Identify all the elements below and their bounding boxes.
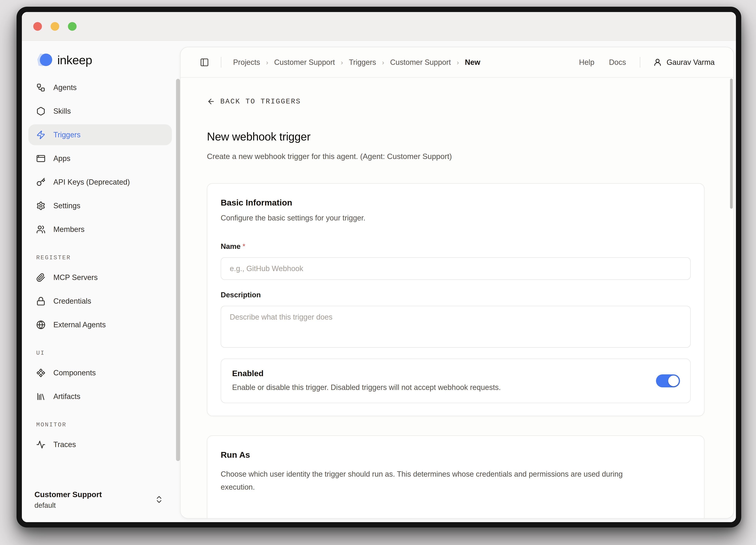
page-subtitle: Create a new webhook trigger for this ag… <box>207 152 704 161</box>
sidebar-item-skills[interactable]: Skills <box>28 101 172 121</box>
page-header: Projects › Customer Support › Triggers ›… <box>181 47 734 78</box>
sidebar-item-mcp-servers[interactable]: MCP Servers <box>28 267 172 288</box>
sidebar-item-label: Members <box>53 225 84 234</box>
sidebar-item-traces[interactable]: Traces <box>28 434 172 455</box>
breadcrumb: Projects › Customer Support › Triggers ›… <box>233 58 480 67</box>
card-title: Run As <box>221 450 691 460</box>
user-menu[interactable]: Gaurav Varma <box>653 58 715 67</box>
card-description: Configure the basic settings for your tr… <box>221 214 691 222</box>
sidebar: inkeep Agents Skills Triggers <box>22 41 180 522</box>
sidebar-item-label: Triggers <box>53 131 81 139</box>
header-divider <box>221 57 221 68</box>
sidebar-item-apps[interactable]: Apps <box>28 148 172 169</box>
sidebar-item-settings[interactable]: Settings <box>28 195 172 216</box>
app-window: inkeep Agents Skills Triggers <box>17 7 741 527</box>
sidebar-item-label: Components <box>53 369 96 377</box>
sidebar-scrollbar[interactable] <box>176 79 180 461</box>
enabled-setting: Enabled Enable or disable this trigger. … <box>221 359 691 403</box>
enabled-label: Enabled <box>232 369 647 378</box>
back-link-label: BACK TO TRIGGERS <box>220 97 301 106</box>
run-as-card: Run As Choose which user identity the tr… <box>207 436 704 519</box>
enabled-description: Enable or disable this trigger. Disabled… <box>232 383 647 392</box>
panel-left-icon <box>200 58 209 67</box>
breadcrumb-separator: › <box>457 58 459 66</box>
brand-name: inkeep <box>57 53 92 67</box>
workspace-info: Customer Support default <box>34 490 102 510</box>
breadcrumb-separator: › <box>341 58 343 66</box>
sidebar-section-monitor: MONITOR <box>36 422 172 428</box>
chevrons-up-down-icon <box>155 493 164 506</box>
user-icon <box>653 58 662 67</box>
enabled-toggle[interactable] <box>656 374 680 387</box>
main-panel: Projects › Customer Support › Triggers ›… <box>180 47 734 519</box>
workspace-name: Customer Support <box>34 490 102 499</box>
brand-logo[interactable]: inkeep <box>33 53 180 67</box>
card-title: Basic Information <box>221 198 691 207</box>
name-label-text: Name <box>221 242 241 250</box>
back-to-triggers-link[interactable]: BACK TO TRIGGERS <box>207 97 301 106</box>
workspace-switcher[interactable]: Customer Support default <box>34 490 164 510</box>
zoom-button[interactable] <box>68 22 77 31</box>
minimize-button[interactable] <box>51 22 59 31</box>
desktop-background: inkeep Agents Skills Triggers <box>0 0 756 545</box>
sidebar-item-label: Skills <box>53 107 71 115</box>
description-field-label: Description <box>221 291 691 299</box>
user-name: Gaurav Varma <box>667 58 715 67</box>
sidebar-item-components[interactable]: Components <box>28 362 172 383</box>
sidebar-item-agents[interactable]: Agents <box>28 77 172 98</box>
page-content: BACK TO TRIGGERS New webhook trigger Cre… <box>181 78 734 518</box>
paperclip-icon <box>36 273 45 282</box>
close-button[interactable] <box>33 22 42 31</box>
sidebar-item-label: Traces <box>53 440 76 449</box>
breadcrumb-triggers[interactable]: Triggers <box>349 58 376 67</box>
sidebar-item-label: Credentials <box>53 297 91 306</box>
zap-icon <box>36 130 45 139</box>
breadcrumb-agent[interactable]: Customer Support <box>390 58 451 67</box>
description-textarea[interactable] <box>221 306 691 348</box>
breadcrumb-current: New <box>465 58 480 67</box>
breadcrumb-projects[interactable]: Projects <box>233 58 260 67</box>
name-field-label: Name* <box>221 242 691 250</box>
header-divider <box>640 57 640 68</box>
sidebar-toggle-button[interactable] <box>200 58 209 67</box>
sidebar-item-members[interactable]: Members <box>28 219 172 240</box>
sidebar-item-label: Apps <box>53 154 70 163</box>
sidebar-item-triggers[interactable]: Triggers <box>28 124 172 145</box>
help-link[interactable]: Help <box>579 58 594 67</box>
workspace-environment: default <box>34 501 102 510</box>
window-controls <box>33 22 77 31</box>
sidebar-item-label: MCP Servers <box>53 273 98 282</box>
globe-icon <box>36 320 45 330</box>
sidebar-item-artifacts[interactable]: Artifacts <box>28 386 172 407</box>
sidebar-item-credentials[interactable]: Credentials <box>28 291 172 312</box>
name-input[interactable] <box>221 257 691 280</box>
gear-icon <box>36 201 45 210</box>
library-icon <box>36 392 45 401</box>
app-body: inkeep Agents Skills Triggers <box>22 41 736 522</box>
app-window-icon <box>36 154 45 163</box>
docs-link[interactable]: Docs <box>609 58 626 67</box>
page-title: New webhook trigger <box>207 130 704 143</box>
arrow-left-icon <box>207 97 215 106</box>
sidebar-item-label: Agents <box>53 83 77 92</box>
lock-icon <box>36 297 45 306</box>
activity-icon <box>36 440 45 449</box>
sidebar-item-external-agents[interactable]: External Agents <box>28 314 172 335</box>
sidebar-item-label: Settings <box>53 201 80 210</box>
users-icon <box>36 225 45 234</box>
basic-information-card: Basic Information Configure the basic se… <box>207 183 704 416</box>
window-title-bar <box>22 12 736 41</box>
sidebar-item-label: API Keys (Deprecated) <box>53 178 130 186</box>
hexagon-icon <box>36 107 45 116</box>
inkeep-logo-icon <box>33 53 54 67</box>
main-scrollbar[interactable] <box>730 79 733 209</box>
key-icon <box>36 177 45 187</box>
sidebar-section-ui: UI <box>36 350 172 357</box>
breadcrumb-customer-support[interactable]: Customer Support <box>274 58 335 67</box>
sidebar-item-label: External Agents <box>53 321 106 329</box>
breadcrumb-separator: › <box>382 58 384 66</box>
breadcrumb-separator: › <box>266 58 268 66</box>
card-description: Choose which user identity the trigger s… <box>221 468 642 494</box>
component-icon <box>36 368 45 378</box>
sidebar-item-api-keys[interactable]: API Keys (Deprecated) <box>28 172 172 192</box>
